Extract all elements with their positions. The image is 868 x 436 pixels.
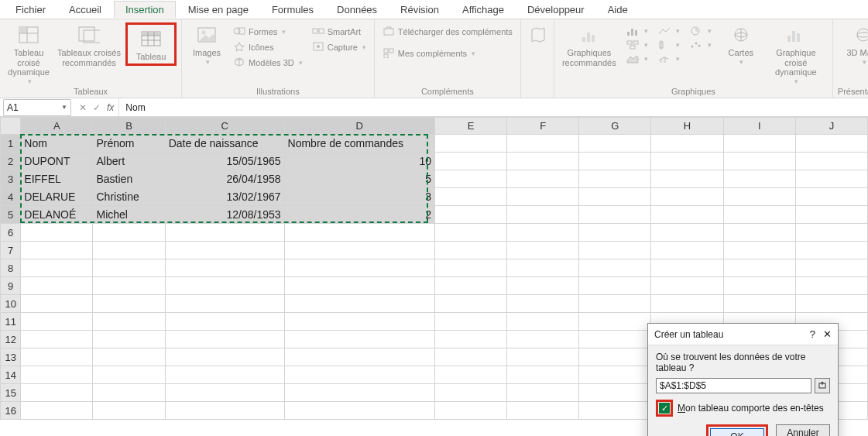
cell[interactable] (579, 259, 651, 277)
cell[interactable] (579, 206, 651, 224)
cell[interactable] (165, 224, 284, 242)
row-header[interactable]: 8 (1, 259, 21, 277)
col-header-E[interactable]: E (434, 118, 506, 135)
cell[interactable]: 12/08/1953 (165, 206, 284, 224)
col-header-H[interactable]: H (651, 118, 723, 135)
cell[interactable] (165, 259, 284, 277)
chart-stat-button[interactable]: ▾ (654, 39, 683, 50)
download-addins-button[interactable]: Télécharger des compléments (379, 26, 516, 38)
chart-column-button[interactable]: ▾ (623, 26, 651, 36)
cell[interactable] (284, 277, 434, 295)
cell[interactable] (579, 384, 651, 402)
cell[interactable] (434, 313, 506, 331)
insert-table-button[interactable]: Tableau (131, 26, 171, 62)
cell[interactable] (434, 242, 506, 259)
row-header[interactable]: 7 (1, 242, 21, 259)
chart-surface-button[interactable]: ▾ (623, 53, 651, 64)
cell[interactable] (651, 206, 723, 224)
cell[interactable]: 5 (284, 170, 434, 188)
cell[interactable] (21, 348, 93, 366)
row-header[interactable]: 12 (1, 331, 21, 348)
col-header-I[interactable]: I (723, 118, 795, 135)
cell[interactable] (579, 153, 651, 170)
cell[interactable]: Nom (21, 135, 93, 153)
row-header[interactable]: 6 (1, 224, 21, 242)
modeles3d-button[interactable]: Modèles 3D▾ (230, 57, 306, 69)
cell[interactable] (165, 277, 284, 295)
dialog-titlebar[interactable]: Créer un tableau ? ✕ (648, 324, 838, 345)
dialog-close-button[interactable]: ✕ (823, 328, 832, 340)
row-header[interactable]: 10 (1, 295, 21, 313)
cell[interactable] (723, 170, 795, 188)
cell[interactable] (651, 170, 723, 188)
cell[interactable] (93, 402, 165, 420)
cell[interactable]: DELARUE (21, 188, 93, 206)
col-header-J[interactable]: J (795, 118, 867, 135)
cell[interactable]: 3 (284, 188, 434, 206)
chart-combo-button[interactable]: ▾ (654, 53, 683, 64)
cancel-button[interactable]: Annuler (776, 424, 830, 436)
menu-insertion[interactable]: Insertion (114, 1, 176, 18)
cell[interactable] (21, 366, 93, 384)
cell[interactable] (795, 188, 867, 206)
cell[interactable] (795, 259, 867, 277)
cartes-button[interactable]: Cartes▾ (721, 22, 761, 66)
cell[interactable] (507, 153, 579, 170)
cell[interactable] (795, 170, 867, 188)
cell[interactable] (434, 366, 506, 384)
recommended-charts-button[interactable]: Graphiques recommandés (559, 22, 619, 67)
cell[interactable] (579, 313, 651, 331)
cell[interactable] (507, 366, 579, 384)
cell[interactable] (165, 348, 284, 366)
range-collapse-button[interactable] (815, 378, 830, 393)
dialog-help-button[interactable]: ? (810, 328, 815, 340)
row-header[interactable]: 15 (1, 384, 21, 402)
cell[interactable] (434, 224, 506, 242)
cell[interactable] (507, 188, 579, 206)
cell[interactable] (651, 135, 723, 153)
select-all-corner[interactable] (1, 118, 21, 135)
cell[interactable] (795, 153, 867, 170)
cell[interactable] (21, 224, 93, 242)
cell[interactable] (434, 153, 506, 170)
cell[interactable] (507, 224, 579, 242)
maps3d-button[interactable]: 3D Maps▾ (843, 22, 868, 66)
cell[interactable] (507, 135, 579, 153)
menu-accueil[interactable]: Accueil (58, 2, 112, 18)
cell[interactable] (21, 331, 93, 348)
cell[interactable] (165, 402, 284, 420)
menu-affichage[interactable]: Affichage (451, 2, 515, 18)
cell[interactable] (579, 402, 651, 420)
cell[interactable]: Albert (93, 153, 165, 170)
cell[interactable] (284, 259, 434, 277)
cell[interactable]: 2 (284, 206, 434, 224)
cell[interactable] (434, 259, 506, 277)
chart-line-button[interactable]: ▾ (654, 26, 683, 36)
cell[interactable] (93, 295, 165, 313)
row-header[interactable]: 1 (1, 135, 21, 153)
cell[interactable] (21, 295, 93, 313)
menu-developpeur[interactable]: Développeur (516, 2, 595, 18)
cell[interactable]: 26/04/1958 (165, 170, 284, 188)
cell[interactable] (507, 170, 579, 188)
cell[interactable] (21, 277, 93, 295)
cell[interactable] (507, 331, 579, 348)
row-header[interactable]: 14 (1, 366, 21, 384)
cell[interactable] (651, 242, 723, 259)
cell[interactable] (507, 206, 579, 224)
cell[interactable] (795, 206, 867, 224)
row-header[interactable]: 3 (1, 170, 21, 188)
cell[interactable] (507, 348, 579, 366)
cell[interactable] (93, 331, 165, 348)
name-box-dropdown-icon[interactable]: ▼ (61, 104, 67, 111)
cell[interactable] (651, 259, 723, 277)
range-input[interactable]: $A$1:$D$5 (656, 378, 811, 393)
cell[interactable]: Christine (93, 188, 165, 206)
cell[interactable] (21, 313, 93, 331)
cell[interactable] (579, 242, 651, 259)
row-header[interactable]: 2 (1, 153, 21, 170)
cell[interactable] (579, 295, 651, 313)
cell[interactable]: Michel (93, 206, 165, 224)
chart-scatter-button[interactable]: ▾ (686, 39, 715, 50)
col-header-D[interactable]: D (284, 118, 434, 135)
